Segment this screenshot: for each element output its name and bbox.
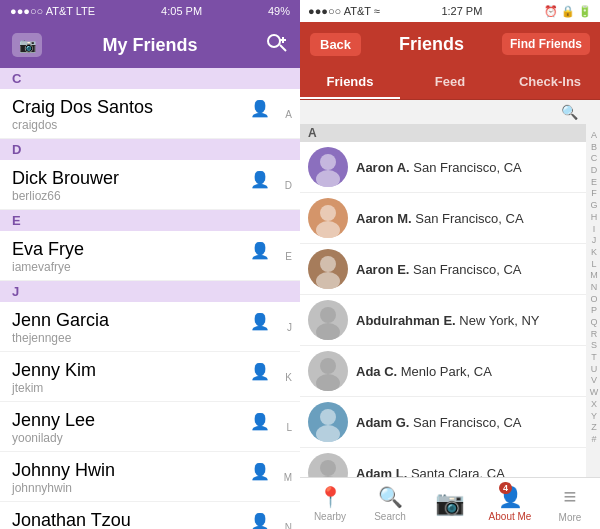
- section-c: C: [0, 68, 300, 89]
- more-label: More: [559, 512, 582, 523]
- svg-point-10: [320, 307, 336, 323]
- nearby-icon: 📍: [318, 485, 343, 509]
- svg-point-5: [316, 170, 340, 187]
- tab-nearby[interactable]: 📍 Nearby: [300, 478, 360, 529]
- back-button[interactable]: Back: [310, 33, 361, 56]
- right-title: Friends: [399, 34, 464, 55]
- svg-point-13: [316, 374, 340, 391]
- friend-aaron-a[interactable]: Aaron A. San Francisco, CA: [300, 142, 586, 193]
- friend-abdulrahman-e[interactable]: Abdulrahman E. New York, NY: [300, 295, 586, 346]
- friend-aaron-e[interactable]: Aaron E. San Francisco, CA: [300, 244, 586, 295]
- section-j: J: [0, 281, 300, 302]
- bottom-tab-bar: 📍 Nearby 🔍 Search 📷 4 👤 About Me ≡ More: [300, 477, 600, 529]
- left-carrier: ●●●○○ AT&T LTE: [10, 5, 95, 17]
- avatar: [308, 198, 348, 238]
- svg-point-11: [316, 323, 340, 340]
- friend-aaron-m[interactable]: Aaron M. San Francisco, CA: [300, 193, 586, 244]
- right-header: Back Friends Find Friends: [300, 22, 600, 66]
- svg-point-7: [316, 221, 340, 238]
- friend-jenn-garcia[interactable]: Jenn Garcia thejenngee 👤 J: [0, 302, 300, 352]
- avatar: [308, 300, 348, 340]
- svg-point-14: [320, 409, 336, 425]
- tab-feed[interactable]: Feed: [400, 66, 500, 99]
- svg-line-1: [280, 45, 286, 51]
- friend-ada-c[interactable]: Ada C. Menlo Park, CA: [300, 346, 586, 397]
- tab-friends[interactable]: Friends: [300, 66, 400, 99]
- left-friends-list: C Craig Dos Santos craigdos 👤 A D Dick B…: [0, 68, 300, 529]
- nearby-label: Nearby: [314, 511, 346, 522]
- right-panel: ●●●○○ AT&T ≈ 1:27 PM ⏰ 🔒 🔋 Back Friends …: [300, 0, 600, 529]
- friend-adam-l[interactable]: Adam L. Santa Clara, CA: [300, 448, 586, 477]
- right-time: 1:27 PM: [441, 5, 482, 17]
- friend-johnny-hwin[interactable]: Johnny Hwin johnnyhwin 👤 M: [0, 452, 300, 502]
- svg-point-12: [320, 358, 336, 374]
- person-icon: 👤: [250, 362, 270, 381]
- avatar: [308, 402, 348, 442]
- right-tabs: Friends Feed Check-Ins: [300, 66, 600, 100]
- camera-tab-icon: 📷: [435, 489, 465, 517]
- tab-about-me[interactable]: 4 👤 About Me: [480, 478, 540, 529]
- svg-point-9: [316, 272, 340, 289]
- svg-point-4: [320, 154, 336, 170]
- tab-search[interactable]: 🔍 Search: [360, 478, 420, 529]
- friend-jenny-kim[interactable]: Jenny Kim jtekim 👤 K: [0, 352, 300, 402]
- friend-eva-frye[interactable]: Eva Frye iamevafrye 👤 E: [0, 231, 300, 281]
- avatar: [308, 147, 348, 187]
- right-friends-list: 🔍 A Aaron A. San Francisco, CA Aaron M. …: [300, 100, 600, 477]
- about-me-label: About Me: [489, 511, 532, 522]
- person-icon: 👤: [250, 170, 270, 189]
- left-battery: 49%: [268, 5, 290, 17]
- avatar: [308, 249, 348, 289]
- friend-craig-dos-santos[interactable]: Craig Dos Santos craigdos 👤 A: [0, 89, 300, 139]
- avatar: [308, 453, 348, 477]
- person-icon: 👤: [250, 462, 270, 481]
- right-icons: ⏰ 🔒 🔋: [544, 5, 592, 18]
- tab-checkins[interactable]: Check-Ins: [500, 66, 600, 99]
- svg-point-16: [320, 460, 336, 476]
- search-icon: 🔍: [561, 104, 578, 120]
- svg-point-17: [316, 476, 340, 477]
- tab-more[interactable]: ≡ More: [540, 478, 600, 529]
- camera-icon[interactable]: 📷: [12, 33, 42, 57]
- left-header: 📷 My Friends: [0, 22, 300, 68]
- avatar: [308, 351, 348, 391]
- left-time: 4:05 PM: [161, 5, 202, 17]
- person-icon: 👤: [250, 312, 270, 331]
- find-friends-button[interactable]: Find Friends: [502, 33, 590, 55]
- left-status-bar: ●●●○○ AT&T LTE 4:05 PM 49%: [0, 0, 300, 22]
- svg-point-6: [320, 205, 336, 221]
- left-panel: ●●●○○ AT&T LTE 4:05 PM 49% 📷 My Friends …: [0, 0, 300, 529]
- alpha-sidebar: A B C D E F G H I J K L M N O P Q R S T …: [588, 128, 600, 425]
- notification-badge: 4: [499, 482, 512, 494]
- section-d: D: [0, 139, 300, 160]
- svg-point-0: [268, 35, 280, 47]
- svg-point-8: [320, 256, 336, 272]
- more-icon: ≡: [564, 484, 577, 510]
- add-friend-icon[interactable]: [266, 33, 288, 58]
- right-status-bar: ●●●○○ AT&T ≈ 1:27 PM ⏰ 🔒 🔋: [300, 0, 600, 22]
- svg-point-15: [316, 425, 340, 442]
- left-title: My Friends: [102, 35, 197, 56]
- person-icon: 👤: [250, 412, 270, 431]
- person-icon: 👤: [250, 241, 270, 260]
- friend-adam-g[interactable]: Adam G. San Francisco, CA: [300, 397, 586, 448]
- friend-jonathan-tzou[interactable]: Jonathan Tzou nuteiia 👤 N: [0, 502, 300, 529]
- alpha-a: A: [300, 124, 586, 142]
- search-label: Search: [374, 511, 406, 522]
- section-e: E: [0, 210, 300, 231]
- right-carrier: ●●●○○ AT&T ≈: [308, 5, 380, 17]
- person-icon: 👤: [250, 99, 270, 118]
- friend-jenny-lee[interactable]: Jenny Lee yoonilady 👤 L: [0, 402, 300, 452]
- tab-camera[interactable]: 📷: [420, 478, 480, 529]
- search-tab-icon: 🔍: [378, 485, 403, 509]
- friend-dick-brouwer[interactable]: Dick Brouwer berlioz66 👤 D: [0, 160, 300, 210]
- person-icon: 👤: [250, 512, 270, 529]
